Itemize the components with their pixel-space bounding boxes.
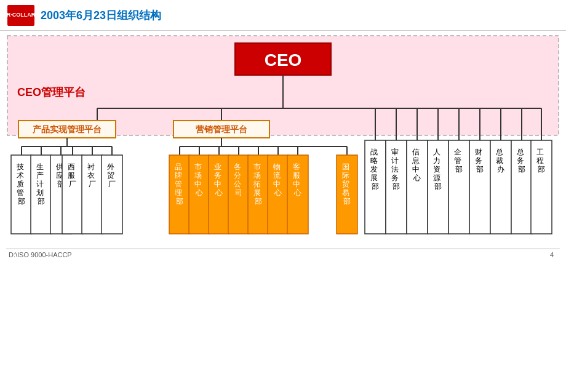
svg-text:物
      流
      中
      心: 物 流 中 心 xyxy=(273,162,282,197)
svg-text:产品实现管理平台: 产品实现管理平台 xyxy=(33,124,102,134)
svg-text:财
      务
      部: 财 务 部 xyxy=(475,148,484,174)
svg-text:战
      略
      发
      展
    : 战 略 发 展 部 xyxy=(370,148,380,191)
header-title: 2003年6月23日组织结构 xyxy=(41,8,161,23)
logo-text: R·COLLAR xyxy=(7,12,36,18)
svg-text:技
      术
      质
      管
    : 技 术 质 管 部 xyxy=(16,162,26,206)
svg-text:人
      力
      资
      源
    : 人 力 资 源 部 xyxy=(433,148,442,191)
svg-text:D:\ISO 9000-HACCP: D:\ISO 9000-HACCP xyxy=(9,251,72,258)
svg-text:各
      分
      公
      司: 各 分 公 司 xyxy=(234,162,243,197)
svg-text:企
      管
      部: 企 管 部 xyxy=(454,148,463,174)
svg-text:市
      场
      拓
      展
    : 市 场 拓 展 部 xyxy=(253,162,263,206)
svg-text:生
      产
      计
      划
    : 生 产 计 划 部 xyxy=(36,162,46,206)
svg-text:总
      裁
      办: 总 裁 办 xyxy=(495,148,505,174)
svg-text:工
      程
      部: 工 程 部 xyxy=(536,148,546,174)
svg-text:客
      服
      中
      心: 客 服 中 心 xyxy=(293,162,302,197)
org-chart-svg: CEO管理平台 CEO xyxy=(6,34,560,382)
svg-text:总
      务
      部: 总 务 部 xyxy=(516,148,526,174)
svg-text:品
      牌
      管
      理
    : 品 牌 管 理 部 xyxy=(175,162,184,206)
svg-text:4: 4 xyxy=(550,251,554,258)
svg-text:营销管理平台: 营销管理平台 xyxy=(196,124,247,134)
svg-text:衬
      衣
      厂: 衬 衣 厂 xyxy=(87,162,97,188)
svg-text:CEO管理平台: CEO管理平台 xyxy=(17,86,86,98)
svg-text:市
      场
      中
      心: 市 场 中 心 xyxy=(194,162,204,197)
svg-text:外
      贸
      厂: 外 贸 厂 xyxy=(107,162,116,188)
svg-text:西
      服
      厂: 西 服 厂 xyxy=(68,162,77,188)
svg-text:业
      务
      中
      心: 业 务 中 心 xyxy=(214,162,223,197)
svg-text:审
      计
      法
      务
    : 审 计 法 务 部 xyxy=(391,148,401,191)
svg-text:信
      息
      中
      心: 信 息 中 心 xyxy=(412,148,421,182)
logo-box: R·COLLAR xyxy=(7,5,34,26)
svg-text:国
      际
      贸
      易
    : 国 际 贸 易 部 xyxy=(342,162,351,206)
main-content: CEO管理平台 CEO xyxy=(0,31,566,386)
header: R·COLLAR 2003年6月23日组织结构 xyxy=(0,0,566,31)
svg-text:CEO: CEO xyxy=(265,50,302,70)
